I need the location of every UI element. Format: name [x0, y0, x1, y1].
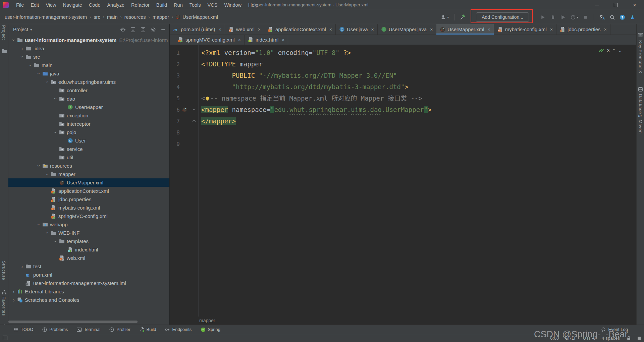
tab-usermapper-java[interactable]: IUserMapper.java×	[378, 24, 437, 35]
layout-icon[interactable]	[3, 335, 7, 341]
tree-chevron-icon[interactable]: ›	[53, 129, 59, 136]
tree-item-user-information-management-system-iml[interactable]: user-information-management-system.iml	[8, 279, 169, 287]
stop-button[interactable]	[583, 14, 588, 20]
tree-chevron-icon[interactable]: ›	[11, 37, 17, 44]
menu-window[interactable]: Window	[221, 0, 245, 10]
tree-item-exception[interactable]: exception	[8, 111, 169, 120]
stripe-maven[interactable]: Maven	[638, 120, 643, 134]
tab-close-icon[interactable]: ×	[604, 27, 606, 32]
tab-jdbc-properties[interactable]: jdbc.properties×	[556, 24, 610, 35]
profiler-button[interactable]: ▾	[570, 14, 578, 20]
tree-chevron-icon[interactable]: ›	[45, 230, 50, 236]
code-line-3[interactable]: PUBLIC "-//mybatis.org//DTD Mapper 3.0//…	[199, 70, 636, 81]
breadcrumb-tag[interactable]: mapper	[199, 318, 215, 323]
collapse-all-button[interactable]	[140, 27, 146, 33]
stripe-favorites[interactable]: Favorites	[1, 296, 6, 316]
status-crlf[interactable]: CRLF	[565, 336, 577, 341]
horizontal-scrollbar[interactable]	[8, 321, 138, 323]
toolwindow-terminal[interactable]: Terminal	[76, 327, 100, 332]
prev-problem-icon[interactable]: ⌃	[612, 48, 616, 53]
tab-applicationcontext-xml[interactable]: applicationContext.xml×	[264, 24, 336, 35]
toolwindow-todo[interactable]: TODO	[13, 327, 33, 332]
project-view-selector[interactable]: Project	[13, 27, 28, 32]
menu-file[interactable]: File	[13, 0, 27, 10]
tree-chevron-icon[interactable]: ›	[19, 54, 25, 60]
foldersm-icon[interactable]	[1, 48, 7, 54]
code-line-6[interactable]: <mapper namespace="edu.whut.springbear.u…	[199, 104, 636, 115]
toolwindow-spring[interactable]: Spring	[200, 327, 220, 332]
tab-close-icon[interactable]: ×	[488, 27, 490, 32]
code-line-2[interactable]: <!DOCTYPE mapper	[199, 58, 636, 70]
tree-item-dao[interactable]: ›dao	[8, 95, 169, 103]
hide-button[interactable]	[160, 27, 166, 33]
foldopen-icon[interactable]	[191, 107, 197, 112]
tree-item-service[interactable]: service	[8, 145, 169, 153]
add-configuration-button[interactable]: Add Configuration...	[476, 12, 529, 22]
tab-close-icon[interactable]: ×	[371, 27, 374, 32]
tree-item-interceptor[interactable]: interceptor	[8, 120, 169, 128]
expand-all-button[interactable]	[130, 27, 136, 33]
tree-chevron-icon[interactable]: ›	[28, 62, 34, 69]
menu-analyze[interactable]: Analyze	[104, 0, 128, 10]
breadcrumb-main[interactable]: main	[106, 14, 118, 20]
toolwindow-build[interactable]: Build	[139, 327, 156, 332]
code-line-9[interactable]	[199, 138, 636, 150]
tree-chevron-icon[interactable]: ›	[45, 79, 50, 86]
tree-item-usermapper-xml[interactable]: UserMapper.xml	[8, 178, 169, 187]
tree-chevron-icon[interactable]: ›	[36, 221, 42, 228]
tree-chevron-icon[interactable]: ›	[19, 264, 25, 269]
tab-index-html[interactable]: Hindex.html×	[245, 35, 288, 45]
stripe-project[interactable]: Project	[1, 25, 6, 40]
tree-item-templates[interactable]: ›templates	[8, 237, 169, 245]
tree-item-test[interactable]: ›test	[8, 262, 169, 271]
code-editor[interactable]: 123456789 <?xml version="1.0" encoding="…	[170, 45, 636, 317]
tree-item-web-xml[interactable]: <web.xml	[8, 254, 169, 262]
breadcrumb-file[interactable]: UserMapper.xml	[175, 14, 218, 20]
tab-close-icon[interactable]: ×	[238, 37, 241, 43]
tree-item-mapper[interactable]: ›mapper	[8, 170, 169, 178]
menu-refactor[interactable]: Refactor	[128, 0, 153, 10]
plugin-button[interactable]	[630, 14, 635, 20]
tab-close-icon[interactable]: ×	[258, 27, 261, 32]
tab-springmvc-config-xml[interactable]: springMVC-config.xml×	[174, 35, 245, 45]
tree-item-main[interactable]: ›main	[8, 61, 169, 69]
kpx-icon[interactable]	[638, 32, 643, 38]
tree-chevron-icon[interactable]: ›	[36, 70, 42, 77]
next-problem-icon[interactable]: ⌄	[618, 48, 622, 53]
tree-item-resources[interactable]: ›resources	[8, 162, 169, 170]
tree-chevron-icon[interactable]: ›	[53, 96, 59, 102]
stripe-database[interactable]: Database	[638, 94, 643, 114]
tree-item-jdbc-properties[interactable]: jdbc.properties	[8, 195, 169, 204]
code-line-5[interactable]: <-- namespace 指定当前 Mapper.xml 所对应的 Mappe…	[199, 93, 636, 104]
user-account-button[interactable]: ▾	[441, 14, 449, 20]
search-everywhere-button[interactable]	[609, 14, 615, 20]
code-line-7[interactable]: </mapper>	[199, 115, 636, 127]
debug-button[interactable]	[550, 14, 556, 20]
tree-chevron-icon[interactable]: ›	[10, 297, 17, 303]
event-log-button[interactable]: Event Log	[601, 327, 628, 332]
tree-item-user[interactable]: CUser	[8, 136, 169, 145]
tab-close-icon[interactable]: ×	[329, 27, 332, 32]
locate-button[interactable]	[120, 27, 126, 33]
tree-item-external-libraries[interactable]: ›External Libraries	[8, 287, 169, 296]
tab-user-java[interactable]: CUser.java×	[336, 24, 378, 35]
coverage-button[interactable]	[560, 14, 566, 20]
menu-code[interactable]: Code	[86, 0, 104, 10]
code-line-4[interactable]: "http://mybatis.org/dtd/mybatis-3-mapper…	[199, 81, 636, 93]
update-button[interactable]	[620, 14, 625, 20]
menu-edit[interactable]: Edit	[27, 0, 42, 10]
menu-run[interactable]: Run	[170, 0, 186, 10]
toolwindow-endpoints[interactable]: Endpoints	[165, 327, 192, 332]
foldclose-icon[interactable]	[191, 118, 197, 124]
code-line-8[interactable]	[199, 127, 636, 138]
tree-item-mybatis-config-xml[interactable]: <>mybatis-config.xml	[8, 204, 169, 212]
menu-build[interactable]: Build	[153, 0, 170, 10]
build-hammer-button[interactable]	[460, 14, 466, 20]
tree-item-applicationcontext-xml[interactable]: applicationContext.xml	[8, 187, 169, 195]
tree-item-index-html[interactable]: Hindex.html	[8, 245, 169, 254]
tree-item-pom-xml[interactable]: mpom.xml	[8, 271, 169, 279]
tree-item-pojo[interactable]: ›pojo	[8, 128, 169, 136]
lock-icon[interactable]	[626, 335, 632, 341]
menu-vcs[interactable]: VCS	[204, 0, 221, 10]
tree-item-idea[interactable]: ›.idea	[8, 44, 169, 53]
